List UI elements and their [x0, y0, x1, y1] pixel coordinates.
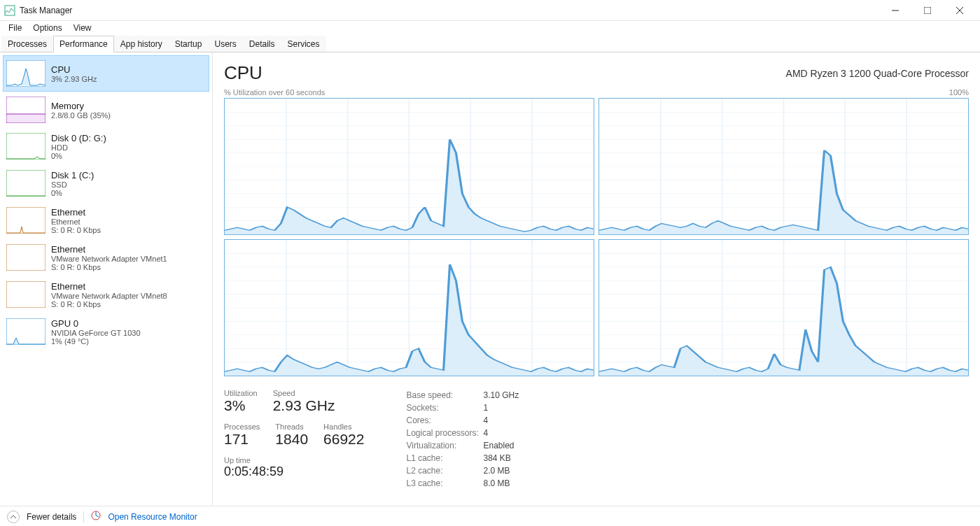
minimize-button[interactable] — [879, 0, 911, 21]
sidebar-cpu-sub: 3% 2.93 GHz — [51, 75, 97, 83]
cpu-graph-core2[interactable] — [224, 239, 594, 376]
resmon-icon — [91, 511, 101, 523]
threads-label: Threads — [275, 422, 308, 431]
sidebar-gpu0-title: GPU 0 — [51, 318, 141, 329]
l3-label: L3 cache: — [406, 477, 483, 490]
footer: Fewer details Open Resource Monitor — [0, 506, 980, 526]
threads-value: 1840 — [275, 431, 308, 448]
sidebar-item-cpu[interactable]: CPU 3% 2.93 GHz — [3, 55, 209, 92]
maximize-button[interactable] — [911, 0, 944, 21]
speed-label: Speed — [273, 389, 335, 397]
sidebar-item-disk1[interactable]: Disk 1 (C:) SSD 0% — [3, 165, 209, 202]
sidebar-eth0-sub1: Ethernet — [51, 218, 101, 226]
cpu-graph-core1[interactable] — [598, 98, 969, 235]
logical-label: Logical processors: — [406, 427, 483, 439]
sidebar-eth1-title: Ethernet — [51, 244, 167, 255]
tab-services[interactable]: Services — [281, 36, 326, 52]
uptime-value: 0:05:48:59 — [224, 464, 284, 479]
processes-label: Processes — [224, 422, 260, 431]
tab-users[interactable]: Users — [208, 36, 242, 52]
sidebar-eth2-sub2: S: 0 R: 0 Kbps — [51, 300, 167, 308]
page-title: CPU — [224, 62, 262, 84]
disk1-thumb — [6, 170, 46, 197]
eth2-thumb — [6, 281, 46, 308]
tabbar: Processes Performance App history Startu… — [0, 35, 980, 52]
l3-value: 8.0 MB — [483, 477, 510, 490]
tab-apphistory[interactable]: App history — [114, 36, 169, 52]
svg-rect-7 — [6, 114, 46, 123]
fewer-details-button[interactable]: Fewer details — [27, 512, 76, 522]
sidebar-disk1-sub2: 0% — [51, 189, 94, 197]
svg-rect-9 — [6, 170, 46, 197]
titlebar: Task Manager — [0, 0, 980, 21]
cpu-graph-core3[interactable] — [598, 239, 969, 376]
virt-label: Virtualization: — [406, 439, 483, 452]
menu-file[interactable]: File — [3, 22, 27, 34]
graph-caption-left: % Utilization over 60 seconds — [224, 88, 325, 97]
svg-rect-2 — [924, 7, 931, 14]
memory-thumb — [6, 97, 46, 123]
eth0-thumb — [6, 207, 46, 234]
l2-label: L2 cache: — [406, 464, 483, 477]
svg-rect-10 — [6, 207, 46, 234]
sidebar-eth1-sub2: S: 0 R: 0 Kbps — [51, 263, 167, 271]
sidebar-gpu0-sub1: NVIDIA GeForce GT 1030 — [51, 329, 141, 337]
sidebar-item-disk0[interactable]: Disk 0 (D: G:) HDD 0% — [3, 128, 209, 165]
graph-caption-right: 100% — [949, 88, 969, 97]
menu-options[interactable]: Options — [27, 22, 67, 34]
svg-rect-12 — [6, 281, 46, 308]
open-resource-monitor-link[interactable]: Open Resource Monitor — [108, 512, 197, 522]
sidebar-disk1-sub1: SSD — [51, 180, 94, 189]
l1-value: 384 KB — [483, 452, 510, 464]
gpu0-thumb — [6, 318, 46, 345]
sidebar-disk0-sub1: HDD — [51, 143, 106, 152]
main-panel: CPU AMD Ryzen 3 1200 Quad-Core Processor… — [213, 52, 980, 506]
cpu-graphs — [224, 98, 969, 376]
tab-details[interactable]: Details — [243, 36, 281, 52]
disk0-thumb — [6, 133, 46, 159]
virt-value: Enabled — [483, 439, 514, 452]
l2-value: 2.0 MB — [483, 464, 510, 477]
eth1-thumb — [6, 244, 46, 271]
cpu-thumb — [6, 60, 46, 87]
tab-startup[interactable]: Startup — [169, 36, 209, 52]
logical-value: 4 — [483, 427, 488, 439]
cores-value: 4 — [483, 414, 488, 427]
fewer-details-icon[interactable] — [7, 511, 20, 523]
sockets-label: Sockets: — [406, 401, 483, 414]
sidebar: CPU 3% 2.93 GHz Memory 2.8/8.0 GB (35%) … — [0, 52, 213, 506]
sockets-value: 1 — [483, 401, 488, 414]
sidebar-eth2-sub1: VMware Network Adapter VMnet8 — [51, 292, 167, 300]
processor-name: AMD Ryzen 3 1200 Quad-Core Processor — [786, 68, 969, 79]
l1-label: L1 cache: — [406, 452, 483, 464]
basespeed-label: Base speed: — [406, 389, 483, 401]
menubar: File Options View — [0, 21, 980, 35]
tab-performance[interactable]: Performance — [53, 36, 114, 52]
sidebar-memory-title: Memory — [51, 101, 111, 111]
stats: Utilization 3% Speed 2.93 GHz Processes … — [224, 389, 969, 490]
sidebar-eth1-sub1: VMware Network Adapter VMnet1 — [51, 255, 167, 263]
menu-view[interactable]: View — [68, 22, 97, 34]
sidebar-item-memory[interactable]: Memory 2.8/8.0 GB (35%) — [3, 92, 209, 128]
sidebar-item-gpu0[interactable]: GPU 0 NVIDIA GeForce GT 1030 1% (49 °C) — [3, 313, 209, 350]
handles-label: Handles — [323, 422, 364, 431]
svg-rect-8 — [6, 133, 46, 159]
close-button[interactable] — [944, 0, 976, 21]
sidebar-eth0-sub2: S: 0 R: 0 Kbps — [51, 226, 101, 234]
uptime-label: Up time — [224, 456, 284, 464]
speed-value: 2.93 GHz — [273, 397, 335, 414]
sidebar-item-ethernet-1[interactable]: Ethernet VMware Network Adapter VMnet1 S… — [3, 239, 209, 276]
svg-rect-13 — [6, 318, 46, 345]
utilization-label: Utilization — [224, 389, 258, 397]
sidebar-item-ethernet-2[interactable]: Ethernet VMware Network Adapter VMnet8 S… — [3, 276, 209, 313]
window-title: Task Manager — [20, 6, 72, 15]
sidebar-disk1-title: Disk 1 (C:) — [51, 170, 94, 180]
cores-label: Cores: — [406, 414, 483, 427]
sidebar-eth0-title: Ethernet — [51, 207, 101, 218]
tab-processes[interactable]: Processes — [1, 36, 53, 52]
svg-rect-11 — [6, 244, 46, 271]
utilization-value: 3% — [224, 397, 258, 414]
cpu-graph-core0[interactable] — [224, 98, 594, 235]
sidebar-item-ethernet-0[interactable]: Ethernet Ethernet S: 0 R: 0 Kbps — [3, 202, 209, 239]
sidebar-gpu0-sub2: 1% (49 °C) — [51, 337, 141, 346]
